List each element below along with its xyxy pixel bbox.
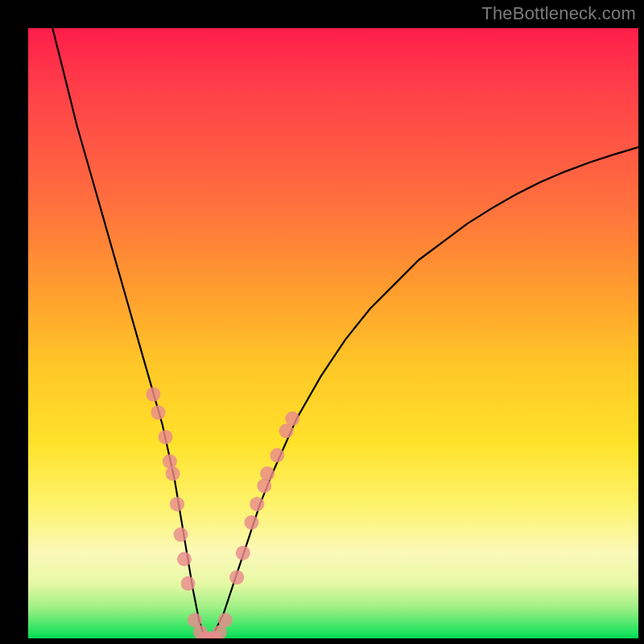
- marker-dot: [257, 479, 271, 493]
- marker-dot: [285, 411, 299, 426]
- marker-dot: [163, 454, 177, 469]
- marker-dot: [270, 448, 284, 463]
- marker-dot: [170, 497, 184, 511]
- marker-group: [146, 387, 299, 638]
- marker-dot: [181, 576, 196, 591]
- marker-dot: [159, 430, 173, 444]
- marker-dot: [244, 515, 258, 530]
- marker-dot: [218, 613, 233, 627]
- marker-dot: [260, 466, 275, 481]
- bottleneck-curve: [52, 28, 638, 638]
- curve-svg: [28, 28, 638, 638]
- marker-dot: [236, 546, 250, 560]
- marker-dot: [146, 387, 160, 402]
- marker-dot: [177, 552, 192, 567]
- marker-dot: [250, 497, 264, 511]
- chart-container: TheBottleneck.com: [0, 0, 644, 644]
- marker-dot: [151, 406, 166, 420]
- watermark-text: TheBottleneck.com: [481, 3, 636, 24]
- marker-dot: [166, 466, 180, 481]
- marker-dot: [174, 527, 188, 542]
- plot-area: [28, 28, 638, 638]
- marker-dot: [229, 570, 244, 584]
